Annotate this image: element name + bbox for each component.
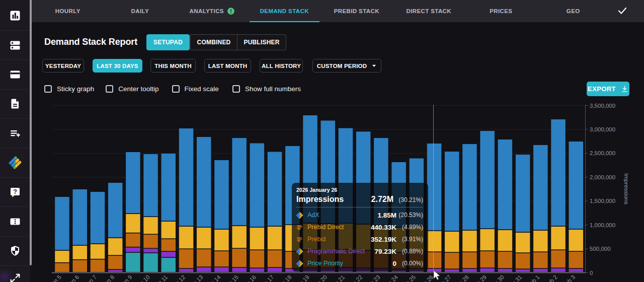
- svg-text:3,000,000: 3,000,000: [590, 126, 615, 132]
- svg-text:Feb 3: Feb 3: [561, 274, 576, 282]
- svg-text:Jan 28: Jan 28: [453, 274, 470, 282]
- svg-text:Jan 13: Jan 13: [188, 274, 204, 282]
- svg-text:Jan 7: Jan 7: [84, 274, 98, 282]
- svg-text:Jan 31: Jan 31: [507, 274, 523, 282]
- svg-text:0: 0: [590, 270, 593, 276]
- svg-text:2,000,000: 2,000,000: [590, 174, 615, 180]
- svg-text:Jan 20: Jan 20: [311, 274, 328, 282]
- svg-text:1,500,000: 1,500,000: [590, 198, 615, 204]
- svg-text:Impressions: Impressions: [623, 173, 629, 204]
- svg-text:Jan 21: Jan 21: [330, 274, 346, 282]
- svg-text:Jan 26: Jan 26: [418, 274, 435, 282]
- svg-text:Feb 2: Feb 2: [544, 274, 558, 282]
- svg-text:Jan 30: Jan 30: [489, 274, 505, 282]
- svg-text:Jan 6: Jan 6: [66, 274, 80, 282]
- svg-text:500,000: 500,000: [590, 246, 611, 252]
- svg-text:Jan 5: Jan 5: [48, 274, 62, 282]
- svg-text:Jan 17: Jan 17: [259, 274, 275, 282]
- svg-text:Jan 12: Jan 12: [170, 274, 187, 282]
- svg-text:Jan 8: Jan 8: [101, 274, 115, 282]
- svg-text:Jan 16: Jan 16: [240, 274, 257, 282]
- svg-text:Feb 1: Feb 1: [526, 274, 540, 282]
- svg-text:Jan 15: Jan 15: [223, 274, 239, 282]
- svg-text:Jan 25: Jan 25: [400, 274, 417, 282]
- svg-text:Jan 22: Jan 22: [347, 274, 364, 282]
- svg-text:Jan 19: Jan 19: [294, 274, 310, 282]
- svg-text:Jan 29: Jan 29: [471, 274, 488, 282]
- svg-text:Jan 14: Jan 14: [205, 274, 222, 282]
- svg-text:3,500,000: 3,500,000: [590, 103, 615, 109]
- svg-text:Jan 24: Jan 24: [382, 274, 399, 282]
- svg-text:Jan 10: Jan 10: [134, 274, 151, 282]
- svg-text:Jan 9: Jan 9: [119, 274, 133, 282]
- svg-text:1,000,000: 1,000,000: [590, 222, 615, 228]
- svg-text:Jan 23: Jan 23: [365, 274, 381, 282]
- svg-text:?: ?: [13, 188, 17, 195]
- svg-text:2,500,000: 2,500,000: [590, 150, 615, 156]
- svg-text:Jan 18: Jan 18: [276, 274, 293, 282]
- svg-text:Jan 11: Jan 11: [152, 274, 169, 282]
